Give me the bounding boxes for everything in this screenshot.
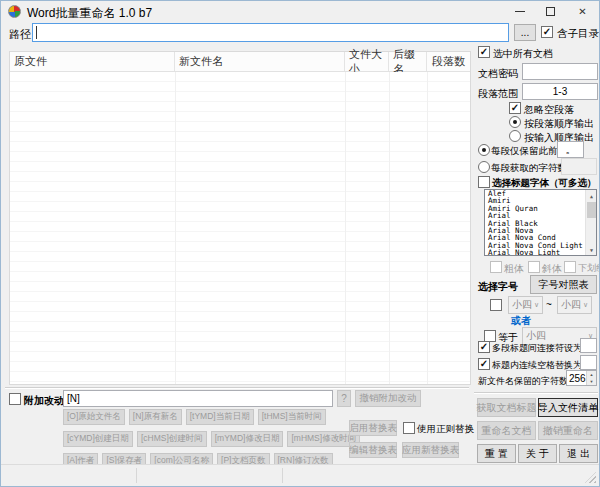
column-header-extension[interactable]: 后缀名: [389, 52, 427, 71]
tag-existing-newname-button[interactable]: [N]原有新名: [129, 409, 182, 425]
tag-modified-date-button[interactable]: [mYMD]修改日期: [211, 431, 284, 447]
spinner-down-icon[interactable]: ▼: [587, 378, 596, 385]
path-label: 路径: [9, 27, 31, 42]
keep-before-input[interactable]: [557, 141, 584, 158]
statusbar-divider: [136, 468, 137, 483]
ignore-empty-checkbox[interactable]: ✓: [509, 102, 521, 114]
panel-divider: [474, 392, 598, 394]
pattern-input[interactable]: [63, 390, 333, 407]
include-subdir-checkbox[interactable]: ✓: [541, 26, 553, 38]
spinner-up-icon[interactable]: ▲: [587, 371, 596, 378]
column-divider: [175, 72, 176, 384]
enable-replace-table-button[interactable]: 启用替换表: [349, 420, 397, 436]
size-to-combobox[interactable]: 小四 ∨: [557, 296, 592, 314]
exit-button[interactable]: 退 出: [559, 444, 598, 463]
order-by-paragraph-radio[interactable]: [509, 116, 521, 128]
italic-checkbox[interactable]: [528, 261, 540, 273]
column-header-filesize[interactable]: 文件大小: [345, 52, 389, 71]
spinner-arrows: ▲ ▼: [586, 371, 596, 385]
reset-button[interactable]: 重 置: [477, 444, 516, 463]
size-from-value: 小四: [512, 298, 532, 312]
keep-before-radio[interactable]: [478, 144, 490, 156]
tag-created-time-button[interactable]: [cHMS]创建时间: [137, 431, 207, 447]
get-titles-button[interactable]: 获取文档标题: [477, 398, 536, 417]
select-all-checkbox[interactable]: ✓: [478, 46, 490, 58]
minimize-icon: [515, 11, 525, 12]
table-header: 原文件 新文件名 文件大小 后缀名 段落数: [10, 52, 470, 72]
size-table-button[interactable]: 字号对照表: [530, 275, 597, 294]
close-button[interactable]: ✕: [566, 1, 599, 22]
undo-rename-button[interactable]: 撤销重命名: [538, 421, 598, 440]
about-button[interactable]: 关 于: [518, 444, 557, 463]
order-by-input-radio[interactable]: [509, 130, 521, 142]
ignore-empty-label: 忽略空段落: [524, 103, 574, 117]
maximize-button[interactable]: [535, 1, 566, 22]
scroll-up-icon[interactable]: ▲: [586, 190, 597, 201]
maximize-icon: [546, 7, 555, 16]
text-caret: [36, 26, 37, 39]
column-divider: [345, 72, 346, 384]
equals-value: 小四: [526, 329, 546, 343]
size-range-separator: ~: [546, 299, 552, 310]
browse-button[interactable]: ...: [514, 24, 536, 41]
connector-checkbox[interactable]: ✓: [478, 341, 490, 353]
rename-button[interactable]: 重命名文档: [477, 421, 536, 440]
minimize-button[interactable]: [504, 1, 535, 22]
path-input[interactable]: [32, 23, 509, 42]
edit-replace-table-button[interactable]: 编辑替换表: [349, 442, 397, 458]
para-range-input[interactable]: [522, 83, 598, 100]
size-range-checkbox[interactable]: [490, 299, 502, 311]
or-label: 或者: [511, 314, 531, 328]
font-list-item[interactable]: Arial Nova Light: [485, 249, 596, 256]
status-bar: [1, 464, 599, 486]
import-list-button[interactable]: 导入文件清单: [538, 398, 598, 417]
help-button[interactable]: ?: [337, 390, 351, 407]
resize-grip[interactable]: [585, 472, 596, 483]
font-list-scrollbar[interactable]: ▲ ▼: [585, 190, 596, 255]
underline-checkbox[interactable]: [564, 261, 576, 273]
check-icon: ✓: [480, 359, 488, 369]
tag-original-filename-button[interactable]: [O]原始文件名: [63, 409, 125, 425]
scroll-down-icon[interactable]: ▼: [586, 244, 597, 255]
statusbar-divider: [282, 468, 283, 483]
chars-per-paragraph-radio[interactable]: [478, 161, 490, 173]
tag-current-date-button[interactable]: [tYMD]当前日期: [186, 409, 254, 425]
append-changes-label: 附加改动:: [24, 394, 67, 408]
column-header-original[interactable]: 原文件: [10, 52, 175, 71]
column-header-newname[interactable]: 新文件名: [175, 52, 345, 71]
undo-append-button[interactable]: 撤销附加改动: [355, 390, 421, 407]
title-bar: Word批量重命名 1.0 b7 ✕: [1, 1, 599, 22]
apply-replace-table-button[interactable]: 应用新替换表: [402, 442, 459, 458]
keep-chars-label: 新文件名保留的字符数: [478, 375, 568, 388]
doc-password-input[interactable]: [522, 63, 598, 80]
file-table[interactable]: 原文件 新文件名 文件大小 后缀名 段落数: [9, 51, 471, 385]
table-body[interactable]: [10, 72, 470, 384]
bold-label: 粗体: [504, 262, 524, 276]
underline-label: 下划线: [578, 262, 600, 275]
bold-checkbox[interactable]: [490, 261, 502, 273]
use-regex-label: 使用正则替换: [417, 423, 474, 436]
tag-button-row-1: [O]原始文件名 [N]原有新名 [tYMD]当前日期 [tHMS]当前时间: [63, 409, 326, 425]
tag-created-date-button[interactable]: [cYMD]创建日期: [63, 431, 133, 447]
chevron-down-icon: ∨: [583, 301, 591, 309]
font-size-label: 选择字号: [478, 280, 518, 294]
connector-label: 多段标题间连接符设为: [492, 342, 582, 355]
font-select-checkbox[interactable]: [478, 176, 490, 188]
scrollbar-thumb[interactable]: [587, 202, 596, 218]
tag-current-time-button[interactable]: [tHMS]当前时间: [258, 409, 326, 425]
append-changes-checkbox[interactable]: [9, 393, 21, 405]
app-window: Word批量重命名 1.0 b7 ✕ 路径 ... ✓ 含子目录 原文件 新文件…: [0, 0, 600, 487]
size-to-value: 小四: [561, 298, 581, 312]
size-from-combobox[interactable]: 小四 ∨: [508, 296, 543, 314]
column-divider: [389, 72, 390, 384]
font-listbox[interactable]: Alef Amiri Amiri Quran Arial Arial Black…: [484, 189, 597, 256]
use-regex-checkbox[interactable]: [403, 422, 415, 434]
keep-chars-spinner[interactable]: 256 ▲ ▼: [566, 370, 597, 386]
para-range-label: 段落范围: [478, 87, 518, 101]
space-replace-input[interactable]: [580, 355, 597, 370]
column-header-paragraphs[interactable]: 段落数: [427, 52, 470, 71]
space-replace-checkbox[interactable]: ✓: [478, 358, 490, 370]
connector-input[interactable]: [580, 338, 597, 353]
chars-per-paragraph-label: 每段获取的字符数: [491, 162, 567, 175]
chars-per-paragraph-input[interactable]: [561, 158, 597, 175]
